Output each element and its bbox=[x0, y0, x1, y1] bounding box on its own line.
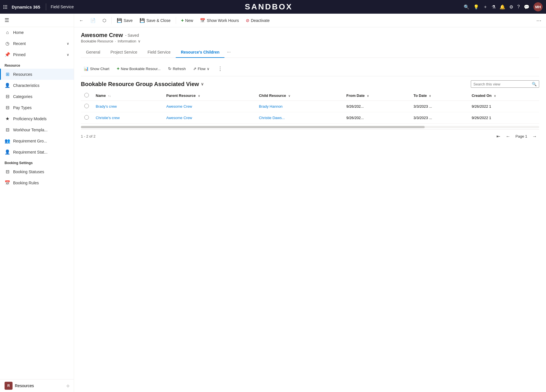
col-name[interactable]: Name ↑↓ bbox=[92, 91, 163, 101]
search-input[interactable] bbox=[473, 82, 530, 86]
topbar-icons: 🔍 💡 ＋ ⚗ 🔔 ⚙ ? 💬 MH bbox=[464, 2, 543, 11]
show-work-hours-button[interactable]: 📅 Show Work Hours bbox=[197, 16, 242, 25]
brand-name[interactable]: Dynamics 365 bbox=[12, 5, 40, 9]
col-child-label: Child Resource bbox=[259, 93, 286, 98]
first-page-button[interactable]: ⇤ bbox=[494, 132, 502, 140]
col-parent-label: Parent Resource bbox=[166, 93, 196, 98]
tabs-more-icon[interactable]: ··· bbox=[224, 47, 233, 58]
form-header: Awesome Crew - Saved Bookable Resource ·… bbox=[81, 32, 539, 43]
save-icon: 💾 bbox=[117, 18, 122, 23]
data-table: Name ↑↓ Parent Resource ∨ Child Resource… bbox=[81, 91, 539, 124]
row1-child-link[interactable]: Brady Hannon bbox=[259, 104, 283, 109]
footer-label: Resources bbox=[15, 383, 34, 388]
workhour-icon: ⊟ bbox=[5, 127, 10, 132]
col-from-date[interactable]: From Date ∨ bbox=[343, 91, 410, 101]
sidebar-item-categories[interactable]: ⊟ Categories bbox=[0, 91, 74, 102]
sidebar-item-booking-rules[interactable]: 📅 Booking Rules bbox=[0, 177, 74, 188]
row1-created-on: 9/26/2022 1 bbox=[468, 101, 539, 112]
user-avatar[interactable]: MH bbox=[533, 2, 543, 11]
new-bookable-resource-button[interactable]: + New Bookable Resour... bbox=[114, 65, 163, 73]
new-button[interactable]: + New bbox=[178, 16, 196, 25]
tabs: General Project Service Field Service Re… bbox=[81, 47, 539, 58]
open-icon: ⬡ bbox=[103, 18, 106, 23]
gear-icon[interactable]: ⚙ bbox=[509, 4, 513, 10]
lightbulb-icon[interactable]: 💡 bbox=[473, 4, 479, 10]
row1-checkbox[interactable] bbox=[84, 104, 89, 108]
view-title-chevron-icon[interactable]: ∨ bbox=[201, 82, 204, 86]
row1-name-link[interactable]: Brady's crew bbox=[96, 104, 117, 109]
sidebar-item-label: Pay Types bbox=[13, 105, 32, 110]
new-icon: + bbox=[181, 18, 184, 23]
breadcrumb-chevron-icon[interactable]: ∨ bbox=[138, 39, 141, 43]
app-grid-icon[interactable] bbox=[3, 5, 7, 9]
sub-more-icon[interactable]: ⋮ bbox=[215, 64, 225, 73]
sidebar-item-label: Home bbox=[13, 30, 24, 35]
col-parent-resource[interactable]: Parent Resource ∨ bbox=[163, 91, 255, 101]
search-icon: 🔍 bbox=[532, 82, 537, 86]
row2-name: Christie's crew bbox=[92, 112, 163, 124]
row1-name: Brady's crew bbox=[92, 101, 163, 112]
sidebar-item-recent[interactable]: ◷ Recent ∨ bbox=[0, 38, 74, 49]
booking-statuses-icon: ⊟ bbox=[5, 169, 10, 174]
sidebar-item-pinned[interactable]: 📌 Pinned ∨ bbox=[0, 49, 74, 60]
sort-icon: ∨ bbox=[367, 94, 369, 97]
sidebar-item-label: Booking Statuses bbox=[13, 170, 44, 174]
prev-page-button[interactable]: ← bbox=[504, 133, 513, 140]
search-icon[interactable]: 🔍 bbox=[464, 4, 469, 10]
sidebar-item-resources[interactable]: ⊞ Resources bbox=[0, 69, 74, 80]
show-chart-button[interactable]: 📊 Show Chart bbox=[81, 65, 112, 72]
select-all-checkbox[interactable] bbox=[84, 93, 89, 97]
plus-icon[interactable]: ＋ bbox=[483, 4, 488, 10]
sidebar-item-requirement-groups[interactable]: 👥 Requirement Gro... bbox=[0, 135, 74, 146]
row2-parent-link[interactable]: Awesome Crew bbox=[166, 116, 192, 120]
tab-resources-children[interactable]: Resource's Children bbox=[176, 47, 225, 58]
filter-icon[interactable]: ⚗ bbox=[492, 4, 496, 10]
back-button[interactable]: ← bbox=[76, 16, 86, 24]
record-icon-button[interactable]: 📄 bbox=[87, 16, 99, 25]
row2-checkbox[interactable] bbox=[84, 115, 89, 120]
save-close-button[interactable]: 💾 Save & Close bbox=[137, 16, 173, 25]
sidebar-item-proficiency-models[interactable]: ★ Proficiency Models bbox=[0, 113, 74, 124]
deactivate-icon: ⊘ bbox=[246, 18, 250, 23]
tab-field-service[interactable]: Field Service bbox=[142, 47, 176, 58]
deactivate-button[interactable]: ⊘ Deactivate bbox=[243, 16, 273, 25]
sort-icon: ↑↓ bbox=[108, 94, 111, 97]
save-button[interactable]: 💾 Save bbox=[114, 16, 136, 25]
open-new-window-button[interactable]: ⬡ bbox=[100, 16, 109, 25]
more-commands-icon[interactable]: ⋯ bbox=[534, 16, 544, 25]
pagination-controls: ⇤ ← Page 1 → bbox=[494, 132, 539, 140]
table-header-row: Name ↑↓ Parent Resource ∨ Child Resource… bbox=[81, 91, 539, 101]
next-page-button[interactable]: → bbox=[530, 133, 539, 140]
chevron-right-icon: ◇ bbox=[67, 384, 69, 388]
flow-icon: ⇗ bbox=[193, 66, 197, 71]
sidebar-item-label: Booking Rules bbox=[13, 181, 39, 185]
refresh-button[interactable]: ↻ Refresh bbox=[165, 65, 189, 72]
sidebar-item-characteristics[interactable]: 👤 Characteristics bbox=[0, 80, 74, 91]
row1-parent-link[interactable]: Awesome Crew bbox=[166, 104, 192, 109]
chat-icon[interactable]: 💬 bbox=[524, 4, 529, 10]
sidebar-item-workhour-templates[interactable]: ⊟ Workhour Templa... bbox=[0, 124, 74, 135]
flow-chevron-icon: ∨ bbox=[207, 67, 210, 71]
sidebar-item-booking-statuses[interactable]: ⊟ Booking Statuses bbox=[0, 166, 74, 177]
new-bookable-resource-label: New Bookable Resour... bbox=[121, 67, 160, 71]
tab-project-service[interactable]: Project Service bbox=[105, 47, 142, 58]
col-created-on[interactable]: Created On ∨ bbox=[468, 91, 539, 101]
bell-icon[interactable]: 🔔 bbox=[500, 4, 505, 10]
sidebar-item-pay-types[interactable]: ⊟ Pay Types bbox=[0, 102, 74, 113]
table-container: Name ↑↓ Parent Resource ∨ Child Resource… bbox=[81, 91, 539, 128]
question-icon[interactable]: ? bbox=[517, 4, 520, 9]
flow-button[interactable]: ⇗ Flow ∨ bbox=[190, 65, 212, 72]
sidebar-item-home[interactable]: ⌂ Home bbox=[0, 27, 74, 38]
req-groups-icon: 👥 bbox=[5, 138, 10, 144]
col-created-on-label: Created On bbox=[472, 93, 492, 98]
row2-child-link[interactable]: Christie Daws... bbox=[259, 116, 285, 120]
table-scrollbar[interactable] bbox=[81, 126, 539, 128]
col-to-date[interactable]: To Date ∨ bbox=[410, 91, 468, 101]
hamburger-icon[interactable]: ☰ bbox=[5, 17, 9, 23]
tab-general[interactable]: General bbox=[81, 47, 105, 58]
col-child-resource[interactable]: Child Resource ∨ bbox=[255, 91, 343, 101]
row2-name-link[interactable]: Christie's crew bbox=[96, 116, 120, 120]
sidebar-item-requirement-statuses[interactable]: 👤 Requirement Stat... bbox=[0, 146, 74, 158]
sidebar-footer[interactable]: R Resources ◇ bbox=[0, 379, 74, 392]
table-row: Christie's crew Awesome Crew Christie Da… bbox=[81, 112, 539, 124]
